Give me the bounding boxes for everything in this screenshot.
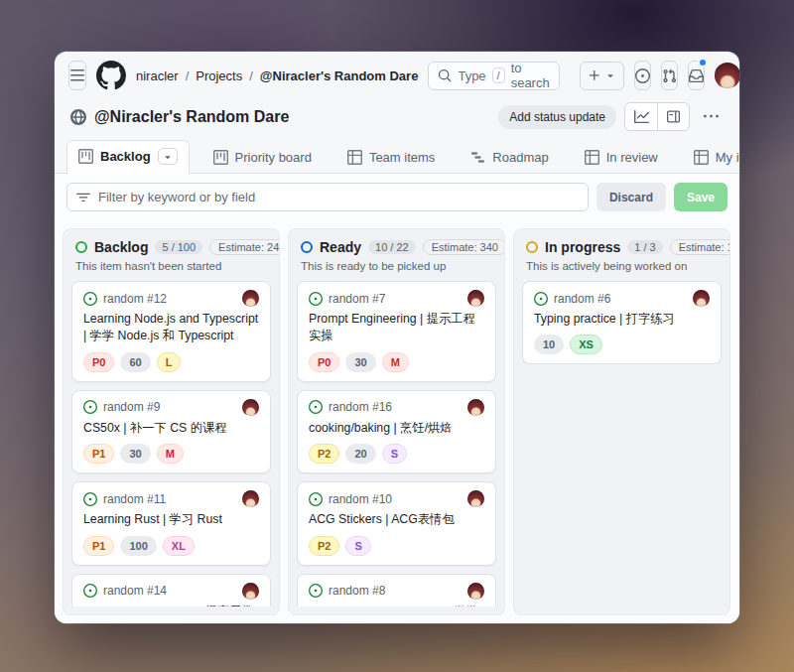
label-p2[interactable]: P2: [309, 536, 339, 556]
card-meta-row: random #16: [309, 399, 484, 416]
label-20[interactable]: 20: [345, 444, 375, 464]
assignee-avatar[interactable]: [242, 399, 259, 416]
issue-card[interactable]: random #10ACG Stickers | ACG表情包P2S: [297, 481, 496, 565]
add-status-update-button[interactable]: Add status update: [498, 105, 616, 129]
filter-input[interactable]: [98, 190, 579, 204]
global-search-input[interactable]: Type / to search: [428, 62, 559, 90]
create-new-button[interactable]: [580, 62, 624, 90]
issue-labels: P2S: [309, 536, 484, 556]
issue-opened-icon: [83, 584, 97, 598]
breadcrumb-separator: /: [249, 68, 253, 83]
side-panel-button[interactable]: [657, 103, 689, 130]
label-10[interactable]: 10: [534, 335, 564, 354]
tab-roadmap[interactable]: Roadmap: [459, 142, 560, 173]
label-100[interactable]: 100: [120, 536, 156, 556]
label-m[interactable]: M: [382, 352, 409, 372]
filter-input-wrap: [66, 183, 589, 211]
label-p1[interactable]: P1: [83, 536, 114, 556]
label-l[interactable]: L: [157, 352, 182, 372]
label-xl[interactable]: XL: [163, 536, 195, 556]
assignee-avatar[interactable]: [693, 290, 710, 307]
issue-title: CS50x | 补一下 CS 的课程: [83, 420, 259, 437]
assignee-avatar[interactable]: [467, 490, 484, 507]
label-xs[interactable]: XS: [570, 335, 602, 354]
card-meta-row: random #9: [83, 399, 259, 416]
label-p2[interactable]: P2: [309, 444, 339, 464]
issue-title: Learning Rust | 学习 Rust: [83, 511, 259, 528]
issue-card[interactable]: random #8Learning English by GPT | 学学英语 …: [297, 574, 496, 606]
project-header-actions: Add status update: [498, 102, 724, 131]
issue-card[interactable]: random #14Handwriting Practice | 提高日常书写技…: [71, 574, 271, 606]
label-30[interactable]: 30: [120, 444, 150, 464]
globe-icon: [70, 109, 86, 125]
inbox-button[interactable]: [688, 61, 705, 90]
card-meta-row: random #8: [309, 583, 484, 600]
issues-button[interactable]: [634, 61, 651, 90]
label-s[interactable]: S: [382, 444, 407, 464]
user-avatar[interactable]: [715, 63, 739, 88]
issue-opened-icon: [635, 68, 650, 83]
inbox-icon: [689, 68, 704, 83]
card-meta-row: random #6: [534, 290, 710, 307]
roadmap-icon: [470, 150, 485, 165]
discard-button[interactable]: Discard: [596, 183, 666, 211]
label-m[interactable]: M: [157, 444, 184, 464]
table-icon: [694, 150, 709, 165]
save-button[interactable]: Save: [674, 183, 728, 211]
github-logo-icon[interactable]: [96, 61, 126, 90]
project-menu-button[interactable]: [698, 104, 724, 130]
tab-team-items[interactable]: Team items: [335, 142, 447, 173]
column-description: This item hasn't been started: [71, 255, 271, 281]
card-meta-row: random #10: [309, 490, 484, 507]
issue-labels: 10XS: [534, 335, 710, 354]
label-30[interactable]: 30: [345, 352, 375, 372]
label-p0[interactable]: P0: [309, 352, 339, 372]
issue-card[interactable]: random #9CS50x | 补一下 CS 的课程P130M: [71, 390, 271, 473]
tab-my-items[interactable]: My items: [682, 142, 739, 173]
insights-button[interactable]: [625, 103, 657, 130]
issue-card[interactable]: random #11Learning Rust | 学习 RustP1100XL: [71, 481, 271, 565]
table-icon: [347, 150, 362, 165]
label-s[interactable]: S: [345, 536, 370, 556]
column-name: Ready: [320, 239, 361, 255]
label-p0[interactable]: P0: [83, 352, 114, 372]
side-panel-icon: [666, 109, 681, 124]
filter-bar: Discard Save: [55, 174, 739, 220]
issue-title: Handwriting Practice | 提高日常书写技能: [83, 604, 259, 606]
issue-ref: random #12: [103, 292, 167, 306]
issue-card[interactable]: random #16cooking/baking | 烹饪/烘焙P220S: [297, 390, 496, 473]
breadcrumb-projects[interactable]: Projects: [196, 68, 242, 83]
column-description: This is actively being worked on: [522, 255, 722, 281]
assignee-avatar[interactable]: [242, 290, 259, 307]
assignee-avatar[interactable]: [242, 583, 259, 600]
breadcrumb-user[interactable]: niracler: [136, 68, 179, 83]
view-options-caret-button[interactable]: [158, 148, 178, 165]
git-pull-request-icon: [662, 68, 677, 83]
search-placeholder-prefix: Type: [458, 68, 485, 83]
card-meta-row: random #11: [83, 490, 259, 507]
issue-ref: random #7: [329, 292, 385, 306]
assignee-avatar[interactable]: [467, 290, 484, 307]
tab-backlog[interactable]: Backlog: [66, 140, 190, 174]
assignee-avatar[interactable]: [467, 583, 484, 600]
tab-in-review[interactable]: In review: [573, 142, 670, 173]
github-projects-window: niracler / Projects / @Niracler's Random…: [55, 52, 739, 623]
issue-card[interactable]: random #12Learning Node.js and Typescrip…: [71, 281, 271, 382]
tab-priority-board[interactable]: Priority board: [201, 142, 324, 173]
issue-opened-icon: [83, 400, 97, 414]
hamburger-menu-button[interactable]: [68, 61, 86, 90]
issue-card[interactable]: random #7Prompt Engineering | 提示工程实操P030…: [297, 281, 496, 382]
tab-label: My items: [716, 150, 739, 165]
assignee-avatar[interactable]: [467, 399, 484, 416]
column-cards: random #12Learning Node.js and Typescrip…: [71, 281, 271, 606]
column-count-badge: 10 / 22: [368, 240, 416, 254]
label-60[interactable]: 60: [120, 352, 150, 372]
breadcrumb-project-name[interactable]: @Niracler's Random Dare: [260, 68, 419, 83]
pull-requests-button[interactable]: [661, 61, 678, 90]
assignee-avatar[interactable]: [242, 490, 259, 507]
tab-label: Priority board: [235, 150, 312, 165]
issue-card[interactable]: random #6Typing practice | 打字练习10XS: [522, 281, 722, 364]
board-column-ready: Ready10 / 22Estimate: 340This is ready t…: [288, 228, 505, 615]
issue-title: Prompt Engineering | 提示工程实操: [309, 311, 484, 345]
label-p1[interactable]: P1: [83, 444, 114, 464]
